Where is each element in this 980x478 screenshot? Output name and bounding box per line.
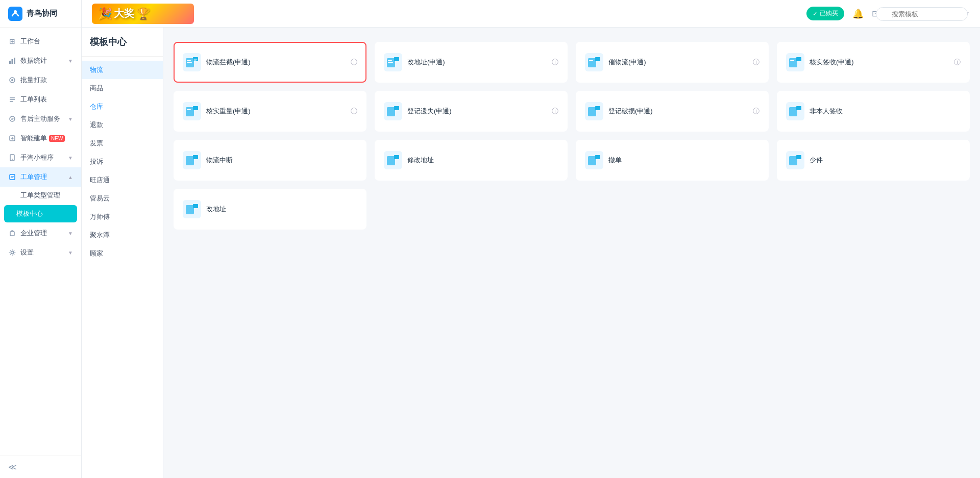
template-card-dengji-yishi[interactable]: 登记遗失(申通) ⓘ (375, 91, 568, 132)
template-section-3: 物流中断 修改地址 (174, 140, 970, 181)
template-card-chehuo[interactable]: 撤单 (576, 140, 769, 181)
workbench-icon: ⊞ (8, 37, 16, 45)
template-card-icon-dengji-posun (585, 102, 603, 120)
template-card-gaidizhi2[interactable]: 改地址 (174, 189, 366, 230)
category-panel: 模板中心 物流 商品 仓库 退款 发票 投诉 旺店通 管易云 (82, 28, 163, 478)
category-wangdian[interactable]: 旺店通 (82, 171, 163, 189)
purchased-label: 已购买 (820, 9, 838, 18)
template-card-wuliu-zhongduan[interactable]: 物流中断 (174, 140, 366, 181)
svg-rect-9 (10, 101, 13, 102)
after-sales-icon (8, 115, 16, 123)
template-card-wuliu-lanjie[interactable]: 物流拦截(申通) ⓘ (174, 42, 366, 83)
category-complaint-label: 投诉 (90, 158, 103, 165)
svg-point-18 (11, 251, 14, 254)
category-warehouse[interactable]: 仓库 (82, 97, 163, 116)
template-card-info-dengji-posun: ⓘ (753, 107, 760, 116)
svg-rect-49 (796, 106, 801, 110)
template-card-title-hesiqianshou: 核实签收(申通) (810, 58, 949, 67)
template-card-hesiqianshou[interactable]: 核实签收(申通) ⓘ (777, 42, 970, 83)
template-card-icon-gaidizhi (384, 53, 402, 71)
category-logistics-label: 物流 (90, 66, 103, 73)
sidebar-collapse-icon: ≪ (8, 462, 17, 472)
data-stats-arrow: ▼ (68, 58, 73, 64)
sidebar-item-data-stats[interactable]: 数据统计 ▼ (0, 51, 81, 70)
purchased-button[interactable]: ✓ 已购买 (806, 7, 844, 20)
template-card-shaojian[interactable]: 少件 (777, 140, 970, 181)
template-card-info-gaidizhi: ⓘ (552, 58, 558, 67)
sidebar-subitem-template-center-label: 模板中心 (16, 210, 43, 217)
sidebar-subitem-template-center[interactable]: 模板中心 (4, 205, 77, 222)
sidebar-menu: ⊞ 工作台 数据统计 ▼ 批量打款 工单列表 (0, 28, 81, 456)
template-card-info-heshizhongliang: ⓘ (351, 107, 357, 116)
ticket-mgmt-icon (8, 173, 16, 181)
sidebar-item-order-list[interactable]: 工单列表 (0, 90, 81, 109)
sidebar-subitem-ticket-type[interactable]: 工单类型管理 (0, 187, 81, 204)
app-name: 青鸟协同 (27, 9, 57, 18)
category-goods[interactable]: 商品 (82, 79, 163, 97)
template-section-2: 核实重量(申通) ⓘ 登记遗失(申通) ⓘ (174, 91, 970, 132)
sidebar-item-workbench-label: 工作台 (20, 37, 40, 46)
svg-rect-17 (10, 232, 14, 236)
template-grid-1: 物流拦截(申通) ⓘ 改地址(申通) ⓘ (174, 42, 970, 83)
template-card-dengji-posun[interactable]: 登记破损(申通) ⓘ (576, 91, 769, 132)
svg-rect-7 (10, 97, 15, 98)
svg-point-1 (14, 10, 17, 13)
sidebar-item-settings[interactable]: 设置 ▼ (0, 243, 81, 262)
category-jushuitang[interactable]: 聚水潭 (82, 226, 163, 244)
template-card-title-wuliu-zhongduan: 物流中断 (206, 156, 357, 165)
sidebar-item-mini-program[interactable]: 手淘小程序 ▼ (0, 148, 81, 167)
template-card-info-dengji-yishi: ⓘ (552, 107, 558, 116)
svg-rect-63 (186, 205, 194, 214)
template-card-title-cuiwuliu: 催物流(申通) (608, 58, 748, 67)
category-wanshifu[interactable]: 万师傅 (82, 208, 163, 226)
category-refund-label: 退款 (90, 121, 103, 129)
svg-rect-4 (14, 58, 15, 64)
sidebar-item-enterprise-mgmt[interactable]: 企业管理 ▼ (0, 223, 81, 243)
sidebar-item-after-sales[interactable]: 售后主动服务 ▼ (0, 109, 81, 129)
category-complaint[interactable]: 投诉 (82, 153, 163, 171)
template-card-gaidizhi[interactable]: 改地址(申通) ⓘ (375, 42, 568, 83)
category-wanshifu-label: 万师傅 (90, 213, 110, 220)
category-invoice[interactable]: 发票 (82, 134, 163, 153)
sidebar-item-ticket-mgmt-label: 工单管理 (20, 172, 47, 182)
template-card-feiberen-qianshou[interactable]: 非本人签收 (777, 91, 970, 132)
template-card-cuiwuliu[interactable]: 催物流(申通) ⓘ (576, 42, 769, 83)
sidebar-item-batch-print-label: 批量打款 (20, 76, 47, 85)
category-warehouse-label: 仓库 (90, 103, 103, 110)
category-goujia[interactable]: 顾家 (82, 244, 163, 263)
app-logo-icon (8, 7, 22, 21)
category-jushuitang-label: 聚水潭 (90, 231, 110, 239)
main-area: 🎉 大奖 🏆 ✓ 已购买 🔔 ⊡ 👤 木月003 | 木月003 ▼ 模板中心 (82, 0, 980, 478)
svg-rect-38 (186, 107, 194, 116)
template-card-info-wuliu-lanjie: ⓘ (351, 58, 357, 67)
category-refund[interactable]: 退款 (82, 116, 163, 134)
category-manyiyun[interactable]: 管易云 (82, 189, 163, 208)
svg-rect-34 (789, 58, 797, 67)
sidebar-item-smart-ticket-label: 智能建单 (20, 134, 47, 143)
template-card-xiugai-dizhi[interactable]: 修改地址 (375, 140, 568, 181)
template-card-heshizhongliang[interactable]: 核实重量(申通) ⓘ (174, 91, 366, 132)
sidebar-item-batch-print[interactable]: 批量打款 (0, 70, 81, 90)
topbar: 🎉 大奖 🏆 ✓ 已购买 🔔 ⊡ 👤 木月003 | 木月003 ▼ (82, 0, 980, 28)
svg-rect-14 (10, 174, 15, 180)
sidebar-item-workbench[interactable]: ⊞ 工作台 (0, 32, 81, 51)
sidebar-collapse-btn[interactable]: ≪ (0, 456, 81, 478)
template-card-title-chehuo: 撤单 (608, 156, 760, 165)
template-card-info-hesiqianshou: ⓘ (954, 58, 961, 67)
category-manyiyun-label: 管易云 (90, 194, 110, 202)
category-logistics[interactable]: 物流 (82, 61, 163, 79)
svg-rect-3 (12, 59, 13, 64)
sidebar-item-smart-ticket[interactable]: 智能建单 NEW (0, 129, 81, 148)
batch-print-icon (8, 76, 16, 84)
template-card-title-heshizhongliang: 核实重量(申通) (206, 107, 346, 116)
sidebar-item-after-sales-label: 售后主动服务 (20, 114, 60, 123)
notification-icon[interactable]: 🔔 (852, 8, 864, 19)
sidebar-item-ticket-mgmt[interactable]: 工单管理 ▲ (0, 167, 81, 187)
sidebar-subitem-ticket-type-label: 工单类型管理 (20, 191, 60, 199)
after-sales-arrow: ▼ (68, 116, 73, 122)
svg-rect-2 (9, 61, 11, 64)
sidebar-item-settings-label: 设置 (20, 248, 34, 257)
order-list-icon (8, 95, 16, 104)
ticket-mgmt-arrow: ▲ (68, 174, 73, 180)
svg-rect-28 (394, 57, 399, 61)
